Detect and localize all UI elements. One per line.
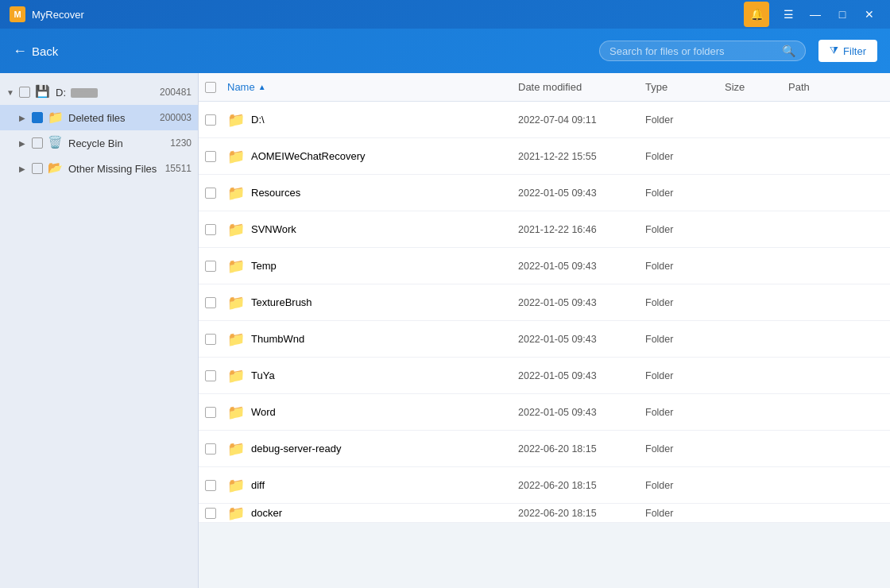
- row-date: 2022-01-05 09:43: [518, 261, 645, 272]
- row-name: diff: [251, 479, 265, 491]
- folder-icon: 📁: [227, 148, 245, 165]
- search-input[interactable]: [609, 45, 782, 57]
- table-row[interactable]: 📁 ThumbWnd 2022-01-05 09:43 Folder: [199, 321, 890, 358]
- other-missing-icon: 📂: [48, 161, 64, 176]
- row-checkbox[interactable]: [205, 114, 216, 126]
- row-name-col: 📁 D:\: [227, 111, 518, 129]
- sidebar-item-recycle-bin[interactable]: ▶ 🗑️ Recycle Bin 1230: [0, 130, 198, 156]
- folder-icon: 📁: [227, 184, 245, 202]
- row-name: AOMEIWeChatRecovery: [251, 150, 366, 162]
- expand-arrow-icon: ▼: [6, 88, 19, 97]
- other-missing-checkbox[interactable]: [32, 163, 43, 174]
- table-row[interactable]: 📁 docker 2022-06-20 18:15 Folder: [199, 504, 890, 523]
- app-title: MyRecover: [32, 9, 744, 21]
- sidebar-item-other-missing[interactable]: ▶ 📂 Other Missing Files 15511: [0, 156, 198, 181]
- menu-button[interactable]: ☰: [777, 5, 799, 24]
- list-header: Name ▲ Date modified Type Size Path: [199, 73, 890, 102]
- row-name: TextureBrush: [251, 296, 312, 308]
- folder-icon: 📁: [227, 111, 245, 129]
- folder-icon: 📁: [227, 505, 245, 522]
- header-size-col[interactable]: Size: [725, 81, 788, 93]
- row-checkbox[interactable]: [205, 407, 216, 418]
- drive-checkbox[interactable]: [19, 87, 30, 98]
- row-checkbox[interactable]: [205, 480, 216, 491]
- sidebar-item-deleted-files[interactable]: ▶ 📁 Deleted files 200003: [0, 105, 198, 130]
- row-check-col: [205, 297, 227, 308]
- recycle-checkbox[interactable]: [32, 137, 43, 149]
- row-checkbox[interactable]: [205, 224, 216, 235]
- row-checkbox[interactable]: [205, 188, 216, 199]
- expand-arrow-icon: ▶: [19, 139, 32, 148]
- row-name-col: 📁 AOMEIWeChatRecovery: [227, 148, 518, 165]
- row-name: Resources: [251, 187, 300, 199]
- table-row[interactable]: 📁 Temp 2022-01-05 09:43 Folder: [199, 248, 890, 284]
- row-type: Folder: [645, 480, 725, 491]
- filter-label: Filter: [843, 45, 866, 57]
- row-type: Folder: [645, 370, 725, 381]
- row-name: debug-server-ready: [251, 443, 341, 455]
- row-date: 2022-01-05 09:43: [518, 334, 645, 345]
- minimize-button[interactable]: —: [804, 5, 826, 24]
- row-name-col: 📁 SVNWork: [227, 221, 518, 238]
- row-checkbox[interactable]: [205, 443, 216, 455]
- row-name-col: 📁 ThumbWnd: [227, 331, 518, 348]
- row-name-col: 📁 Temp: [227, 257, 518, 275]
- row-date: 2022-07-04 09:11: [518, 114, 645, 126]
- maximize-button[interactable]: □: [831, 5, 853, 24]
- header-type-col[interactable]: Type: [645, 81, 725, 93]
- row-checkbox[interactable]: [205, 370, 216, 381]
- back-button[interactable]: ← Back: [13, 43, 58, 60]
- titlebar: M MyRecover 🔔 ☰ — □ ✕: [0, 0, 890, 29]
- row-type: Folder: [645, 224, 725, 235]
- other-missing-label: Other Missing Files: [68, 163, 162, 175]
- row-date: 2022-01-05 09:43: [518, 297, 645, 308]
- table-row[interactable]: 📁 D:\ 2022-07-04 09:11 Folder: [199, 102, 890, 138]
- table-row[interactable]: 📁 TuYa 2022-01-05 09:43 Folder: [199, 358, 890, 394]
- row-checkbox[interactable]: [205, 151, 216, 162]
- sidebar-drive-item[interactable]: ▼ 💾 D: ■■■■ 200481: [0, 79, 198, 105]
- header-name-label: Name: [227, 81, 255, 93]
- row-type: Folder: [645, 443, 725, 455]
- deleted-files-icon: 📁: [48, 110, 64, 126]
- table-row[interactable]: 📁 AOMEIWeChatRecovery 2021-12-22 15:55 F…: [199, 138, 890, 175]
- table-row[interactable]: 📁 diff 2022-06-20 18:15 Folder: [199, 467, 890, 504]
- table-row[interactable]: 📁 Resources 2022-01-05 09:43 Folder: [199, 175, 890, 211]
- row-date: 2022-06-20 18:15: [518, 508, 645, 519]
- row-check-col: [205, 224, 227, 235]
- row-check-col: [205, 480, 227, 491]
- filter-button[interactable]: ⧩ Filter: [818, 40, 877, 62]
- other-missing-count: 15511: [165, 163, 192, 174]
- table-row[interactable]: 📁 TextureBrush 2022-01-05 09:43 Folder: [199, 284, 890, 321]
- row-name-col: 📁 docker: [227, 505, 518, 522]
- row-name-col: 📁 Word: [227, 404, 518, 421]
- row-checkbox[interactable]: [205, 334, 216, 345]
- table-row[interactable]: 📁 SVNWork 2021-12-22 16:46 Folder: [199, 211, 890, 248]
- header-checkbox-col: [205, 82, 227, 93]
- folder-icon: 📁: [227, 294, 245, 311]
- header-path-col[interactable]: Path: [788, 81, 884, 93]
- header-name-col[interactable]: Name ▲: [227, 81, 518, 93]
- notification-button[interactable]: 🔔: [744, 2, 769, 27]
- row-date: 2021-12-22 16:46: [518, 224, 645, 235]
- row-name: SVNWork: [251, 223, 296, 235]
- search-box: 🔍: [599, 41, 806, 61]
- row-checkbox[interactable]: [205, 297, 216, 308]
- row-check-col: [205, 114, 227, 126]
- close-button[interactable]: ✕: [858, 5, 880, 24]
- table-row[interactable]: 📁 debug-server-ready 2022-06-20 18:15 Fo…: [199, 431, 890, 467]
- row-check-col: [205, 370, 227, 381]
- row-type: Folder: [645, 151, 725, 162]
- row-checkbox[interactable]: [205, 508, 216, 519]
- row-name: D:\: [251, 114, 265, 126]
- row-checkbox[interactable]: [205, 261, 216, 272]
- deleted-files-checkbox[interactable]: [32, 112, 43, 123]
- table-row[interactable]: 📁 Word 2022-01-05 09:43 Folder: [199, 394, 890, 431]
- row-check-col: [205, 151, 227, 162]
- row-name: Temp: [251, 260, 277, 272]
- folder-icon: 📁: [227, 440, 245, 458]
- header-date-col[interactable]: Date modified: [518, 81, 645, 93]
- header-checkbox[interactable]: [205, 82, 216, 93]
- row-check-col: [205, 261, 227, 272]
- row-check-col: [205, 443, 227, 455]
- row-type: Folder: [645, 334, 725, 345]
